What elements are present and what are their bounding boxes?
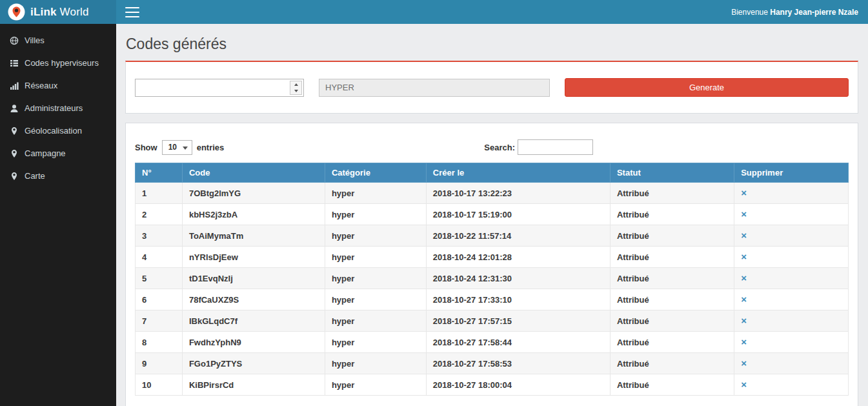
close-icon[interactable]: ×: [741, 315, 747, 326]
row-code: kbHS2j3zbA: [182, 204, 325, 225]
sidebar-item-codes-hyperviseurs[interactable]: Codes hyperviseurs: [0, 52, 116, 74]
row-category: hyper: [325, 353, 426, 374]
row-delete-cell: ×: [734, 374, 849, 396]
globe-icon: [10, 36, 19, 45]
page-length-group: Show 10 entries: [135, 140, 224, 155]
search-input[interactable]: [518, 139, 593, 155]
row-delete-cell: ×: [734, 310, 849, 332]
brand-bold: iLink: [30, 6, 57, 18]
row-status: Attribué: [610, 183, 734, 204]
table-body: 17OBtg2lmYGhyper2018-10-17 13:22:23Attri…: [136, 183, 849, 396]
table-row: 3ToAiMymaTmhyper2018-10-22 11:57:14Attri…: [136, 225, 849, 247]
row-category: hyper: [325, 374, 426, 396]
row-num: 4: [136, 247, 183, 268]
code-count-input[interactable]: [136, 79, 288, 96]
page-length-select[interactable]: 10: [168, 143, 177, 152]
row-status: Attribué: [610, 204, 734, 225]
page-title: Codes générés: [126, 36, 858, 53]
sidebar-item-label: Codes hyperviseurs: [25, 58, 99, 68]
row-status: Attribué: [610, 374, 734, 396]
row-delete-cell: ×: [734, 247, 849, 268]
row-num: 7: [136, 310, 183, 332]
sidebar-item-label: Carte: [25, 171, 45, 181]
sidebar-item-label: Réseaux: [25, 81, 57, 90]
row-created: 2018-10-22 11:57:14: [426, 225, 610, 247]
main-content: Codes générés Generate Show 10 ent: [116, 24, 868, 406]
column-header[interactable]: Créer le: [426, 163, 610, 183]
close-icon[interactable]: ×: [741, 230, 747, 241]
row-status: Attribué: [610, 289, 734, 310]
category-field[interactable]: [319, 79, 550, 97]
sidebar-item-villes[interactable]: Villes: [0, 29, 116, 52]
sidebar-item-carte[interactable]: Carte: [0, 165, 116, 187]
row-delete-cell: ×: [734, 225, 849, 247]
row-num: 10: [136, 374, 183, 396]
sidebar-item-reseaux[interactable]: Réseaux: [0, 74, 116, 97]
brand[interactable]: iLink World: [0, 0, 116, 24]
row-status: Attribué: [610, 353, 734, 374]
row-num: 6: [136, 289, 183, 310]
row-code: FwdhzYphN9: [182, 332, 325, 353]
close-icon[interactable]: ×: [741, 294, 747, 305]
close-icon[interactable]: ×: [741, 187, 747, 198]
map-marker-icon: [10, 127, 19, 136]
user-name: Hanry Jean-pierre Nzale: [770, 8, 858, 17]
row-num: 1: [136, 183, 183, 204]
codes-table: N°CodeCatégorieCréer leStatutSupprimer 1…: [135, 163, 849, 396]
app-logo: [8, 3, 25, 21]
spinner-down-icon[interactable]: [290, 88, 301, 94]
list-icon: [10, 59, 19, 68]
row-created: 2018-10-27 18:00:04: [426, 374, 610, 396]
column-header[interactable]: Catégorie: [325, 163, 426, 183]
close-icon[interactable]: ×: [741, 251, 747, 262]
topbar: iLink World Bienvenue Hanry Jean-pierre …: [0, 0, 868, 24]
show-label: Show: [135, 143, 157, 152]
sidebar-item-campagne[interactable]: Campagne: [0, 142, 116, 165]
welcome-text: Bienvenue Hanry Jean-pierre Nzale: [731, 8, 858, 17]
row-delete-cell: ×: [734, 204, 849, 225]
close-icon[interactable]: ×: [741, 358, 747, 369]
search-group: Search:: [484, 139, 593, 155]
row-status: Attribué: [610, 310, 734, 332]
signal-icon: [10, 81, 19, 90]
row-code: nYRlsDjEew: [182, 247, 325, 268]
hamburger-menu-icon[interactable]: [125, 7, 139, 17]
row-code: ToAiMymaTm: [182, 225, 325, 247]
row-created: 2018-10-27 17:57:15: [426, 310, 610, 332]
row-category: hyper: [325, 332, 426, 353]
close-icon[interactable]: ×: [741, 336, 747, 347]
column-header[interactable]: Statut: [610, 163, 734, 183]
row-delete-cell: ×: [734, 183, 849, 204]
table-row: 10KiBPirsrCdhyper2018-10-27 18:00:04Attr…: [136, 374, 849, 396]
search-label: Search:: [484, 143, 515, 152]
table-row: 7IBkGLqdC7fhyper2018-10-27 17:57:15Attri…: [136, 310, 849, 332]
column-header[interactable]: N°: [136, 163, 183, 183]
user-icon: [10, 104, 19, 113]
close-icon[interactable]: ×: [741, 208, 747, 219]
row-category: hyper: [325, 289, 426, 310]
column-header[interactable]: Supprimer: [734, 163, 849, 183]
code-generator-panel: Generate: [125, 61, 858, 114]
topbar-main: Bienvenue Hanry Jean-pierre Nzale: [116, 0, 868, 24]
chevron-down-icon: [183, 147, 188, 150]
map-marker-icon: [10, 172, 19, 181]
generate-button[interactable]: Generate: [565, 78, 849, 97]
column-header[interactable]: Code: [182, 163, 325, 183]
sidebar: Villes Codes hyperviseurs Réseaux Admini…: [0, 24, 116, 406]
sidebar-item-geolocalisation[interactable]: Géolocalisation: [0, 119, 116, 142]
row-code: 78fCaUXZ9S: [182, 289, 325, 310]
close-icon[interactable]: ×: [741, 272, 747, 283]
row-status: Attribué: [610, 268, 734, 289]
row-code: IBkGLqdC7f: [182, 310, 325, 332]
page-length-select-wrap[interactable]: 10: [162, 140, 192, 155]
entries-label: entries: [197, 143, 225, 152]
table-controls: Show 10 entries Search:: [135, 139, 849, 155]
row-delete-cell: ×: [734, 353, 849, 374]
table-row: 17OBtg2lmYGhyper2018-10-17 13:22:23Attri…: [136, 183, 849, 204]
sidebar-item-administrateurs[interactable]: Administrateurs: [0, 97, 116, 119]
row-num: 5: [136, 268, 183, 289]
close-icon[interactable]: ×: [741, 379, 747, 390]
table-row: 678fCaUXZ9Shyper2018-10-27 17:33:10Attri…: [136, 289, 849, 310]
table-header-row: N°CodeCatégorieCréer leStatutSupprimer: [136, 163, 849, 183]
spinner-up-icon[interactable]: [290, 81, 301, 88]
